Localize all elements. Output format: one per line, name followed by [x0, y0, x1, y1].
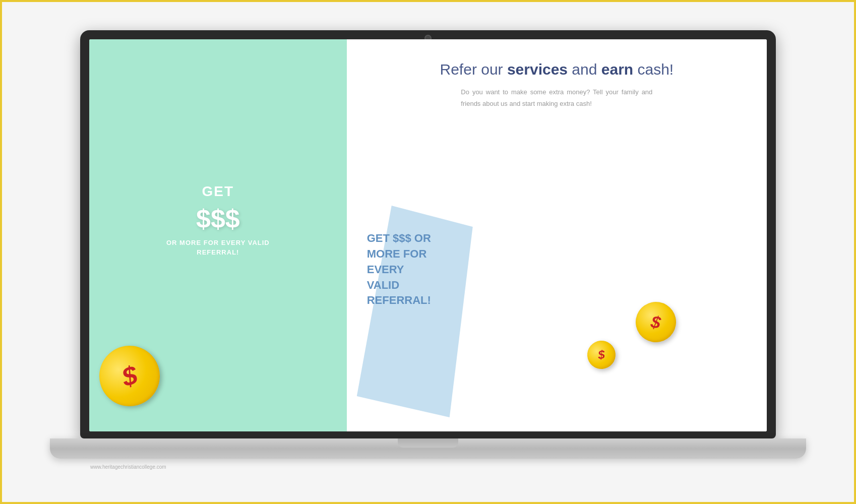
dollar-sign: $$$ — [166, 204, 270, 234]
left-panel: GET $$$ OR MORE FOR EVERY VALID REFERRAL… — [89, 39, 347, 431]
coin-small — [586, 340, 617, 370]
left-panel-content: GET $$$ OR MORE FOR EVERY VALID REFERRAL… — [156, 173, 280, 268]
screen: GET $$$ OR MORE FOR EVERY VALID REFERRAL… — [89, 39, 767, 431]
coin-medium — [633, 299, 680, 346]
laptop-base — [50, 438, 806, 459]
laptop-container: GET $$$ OR MORE FOR EVERY VALID REFERRAL… — [75, 30, 781, 474]
get-label: GET — [166, 183, 270, 200]
referral-text-left: OR MORE FOR EVERY VALID REFERRAL! — [166, 238, 270, 258]
right-panel: Refer our services and earn cash! Do you… — [347, 39, 767, 431]
right-cta-text: GET $$$ OR MORE FOR EVERY VALID REFERRAL… — [367, 231, 431, 308]
right-bottom: GET $$$ OR MORE FOR EVERY VALID REFERRAL… — [347, 216, 767, 431]
description-text: Do you want to make some extra money? Te… — [461, 86, 652, 110]
laptop-hinge — [398, 438, 458, 448]
header-section: Refer our services and earn cash! Do you… — [372, 59, 742, 110]
main-title: Refer our services and earn cash! — [372, 59, 742, 79]
screen-bezel: GET $$$ OR MORE FOR EVERY VALID REFERRAL… — [80, 30, 776, 438]
coin-large — [93, 339, 167, 413]
watermark: www.heritagechristiancollege.com — [90, 464, 166, 470]
